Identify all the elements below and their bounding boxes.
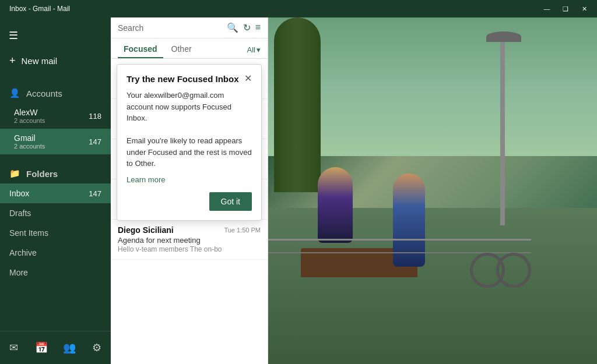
folder-inbox[interactable]: Inbox 147 [0,183,111,203]
folder-archive-label: Archive [9,248,37,257]
tab-all-label: All [247,45,255,54]
new-mail-button[interactable]: + New mail [0,49,111,73]
calendar-nav-icon[interactable]: 📅 [30,336,53,359]
scene-fence [268,239,531,253]
popup-body-line1: Your alexwilber0@gmail.com account now s… [127,91,231,122]
scene-bike-wheel-front [496,253,531,288]
account-name-alexw: AlexW [14,108,45,117]
accounts-header[interactable]: 👤 Accounts [0,83,111,103]
email-list-panel: Search 🔍 ↻ ≡ Focused Other All ▾ Irvin S… [111,17,268,364]
hamburger-icon: ☰ [9,29,18,42]
mail-nav-icon[interactable]: ✉ [2,336,26,359]
account-badge-alexw: 118 [87,112,101,121]
folders-section: 📁 Folders Inbox 147 Drafts Sent Items Ar… [0,160,111,286]
scene-lamppost [500,35,505,225]
account-badge-gmail: 147 [87,137,101,146]
email-preview-4: Hello v-team members The on-bo [118,245,261,253]
folder-inbox-badge: 147 [87,189,101,198]
tab-other[interactable]: Other [166,41,198,58]
folders-label: Folders [26,169,58,179]
email-item-4[interactable]: Diego Siciliani Tue 1:50 PM Agenda for n… [111,220,268,260]
accounts-icon: 👤 [9,88,20,98]
folder-more[interactable]: More [0,263,111,282]
popup-title: Try the new Focused Inbox [127,74,239,84]
folder-archive[interactable]: Archive [0,243,111,263]
search-icon[interactable]: 🔍 [227,22,238,33]
popup-header: Try the new Focused Inbox ✕ [127,74,252,84]
photo-background [268,17,597,364]
folder-sent-label: Sent Items [9,228,48,238]
scene-tree [274,17,321,192]
sidebar-top: ☰ + New mail [0,17,111,77]
popup-body: Your alexwilber0@gmail.com account now s… [127,90,252,169]
right-panel [268,17,597,364]
filter-icon[interactable]: ≡ [255,22,261,33]
popup-footer: Got it [127,192,252,211]
folder-inbox-label: Inbox [9,189,29,198]
close-button[interactable]: ✕ [576,3,592,15]
email-sender-4: Diego Siciliani [118,225,174,235]
refresh-icon[interactable]: ↻ [243,22,251,33]
account-info-alexw: AlexW 2 accounts [14,108,45,124]
folder-drafts[interactable]: Drafts [0,203,111,223]
scene-person-sitting [318,167,353,243]
scene-lamppost-top [486,31,521,42]
accounts-label: Accounts [26,89,62,98]
accounts-section: 👤 Accounts AlexW 2 accounts 118 Gmail 2 … [0,77,111,160]
sidebar-bottom: ✉ 📅 👥 ⚙ [0,331,111,364]
app-body: ☰ + New mail 👤 Accounts AlexW 2 accounts… [0,17,597,364]
folders-header: 📁 Folders [0,164,111,183]
new-mail-label: New mail [22,56,58,66]
sidebar: ☰ + New mail 👤 Accounts AlexW 2 accounts… [0,17,111,364]
folders-icon: 📁 [9,168,20,179]
search-wrapper: Search [118,23,222,33]
popup-body-line2: Email you're likely to read appears unde… [127,136,252,168]
account-item-gmail[interactable]: Gmail 2 accounts 147 [0,129,111,154]
minimize-button[interactable]: — [539,3,555,15]
focused-inbox-popup: Try the new Focused Inbox ✕ Your alexwil… [117,64,262,221]
search-label: Search [118,23,222,33]
learn-more-link[interactable]: Learn more [127,175,252,184]
account-info-gmail: Gmail 2 accounts [14,133,45,150]
people-nav-icon[interactable]: 👥 [58,336,81,359]
header-icons: 🔍 ↻ ≡ [227,22,261,33]
folder-sent[interactable]: Sent Items [0,223,111,243]
account-name-gmail: Gmail [14,133,45,143]
titlebar-title: Inbox - Gmail - Mail [9,5,70,13]
email-row1-4: Diego Siciliani Tue 1:50 PM [118,225,261,235]
titlebar: Inbox - Gmail - Mail — ❑ ✕ [0,0,597,17]
chevron-down-icon: ▾ [257,45,261,54]
account-item-alexw[interactable]: AlexW 2 accounts 118 [0,103,111,129]
account-sub-alexw: 2 accounts [14,117,45,124]
popup-close-button[interactable]: ✕ [244,74,252,83]
new-mail-icon: + [9,55,16,67]
got-it-button[interactable]: Got it [209,192,252,211]
tab-bar: Focused Other All ▾ [111,38,268,59]
folder-more-label: More [9,268,28,277]
tab-focused[interactable]: Focused [118,41,163,58]
account-sub-gmail: 2 accounts [14,143,45,150]
maximize-button[interactable]: ❑ [557,3,574,15]
titlebar-controls: — ❑ ✕ [539,3,592,15]
hamburger-button[interactable]: ☰ [0,22,27,49]
email-list-header: Search 🔍 ↻ ≡ [111,17,268,38]
email-subject-4: Agenda for next meeting [118,236,261,245]
folder-drafts-label: Drafts [9,208,31,218]
settings-nav-icon[interactable]: ⚙ [85,336,108,359]
tab-all[interactable]: All ▾ [247,45,261,54]
email-time-4: Tue 1:50 PM [224,227,261,234]
